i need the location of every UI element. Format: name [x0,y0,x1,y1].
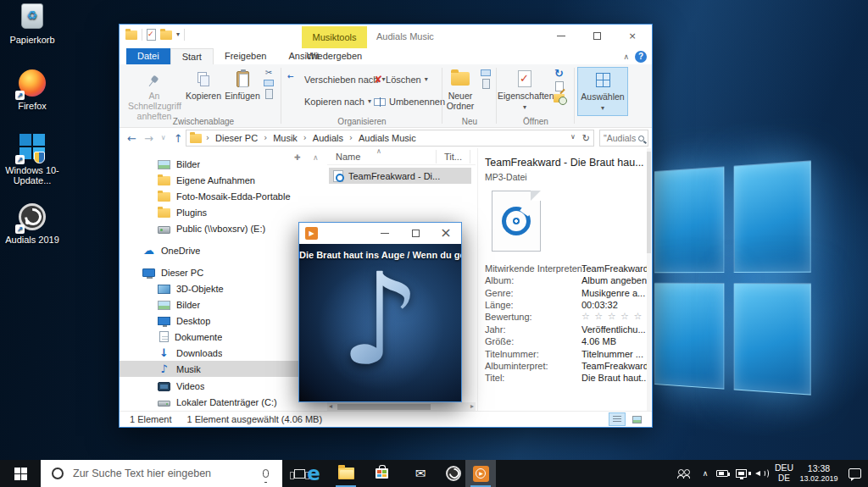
meta-value[interactable]: Die Braut haut... [581,373,649,383]
forward-icon[interactable]: → [144,133,153,144]
back-icon[interactable]: ← [127,133,136,144]
new-folder-button[interactable]: Neuer Ordner [438,67,482,116]
breadcrumb-audials-music[interactable]: Audials Music [359,133,416,143]
file-row-selected[interactable]: TeamFreakward - Di... [329,168,471,184]
tab-freigeben[interactable]: Freigeben [214,48,278,64]
qat-customize-icon[interactable]: ▾ [176,31,180,38]
title-bar[interactable]: ✓ ▾ Musiktools Audials Music × [120,25,652,48]
help-icon[interactable]: ? [635,51,647,63]
scrollbar-thumb[interactable] [337,404,431,410]
meta-value[interactable]: TeamFreakward [581,361,648,371]
taskbar-app-store[interactable] [366,460,397,487]
microphone-icon[interactable] [263,469,269,478]
people-button[interactable] [673,460,695,487]
sidebar-item-bilder-qa[interactable]: Bilder [120,156,326,172]
details-view-button[interactable] [609,412,626,426]
desktop-icon-windows-update[interactable]: ↗ Windows 10-Update... [0,134,64,185]
tab-wiedergeben[interactable]: Wiedergeben [302,48,367,64]
show-hidden-icons-button[interactable]: ∧ [697,460,714,487]
player-visualization[interactable]: Die Braut haut ins Auge / Wenn du gehst … [299,244,461,401]
sidebar-item-plugins[interactable]: Plugins [120,204,326,220]
meta-value[interactable]: Album angeben [581,275,647,285]
desktop-icon-firefox[interactable]: ↗ Firefox [0,69,64,111]
search-input[interactable]: "Audials ... [599,130,648,147]
sidebar-item-bilder[interactable]: Bilder [120,296,326,313]
paste-button[interactable]: Einfügen [223,67,262,116]
taskbar-app-audials[interactable] [438,460,469,487]
paste-shortcut-icon[interactable] [265,89,273,99]
meta-value[interactable]: Veröffentlichu... [581,324,646,335]
player-title-bar[interactable]: ▶ × [299,223,461,244]
refresh-icon[interactable]: ↻ [582,134,590,143]
edit-icon[interactable] [555,81,564,91]
taskbar-app-mail[interactable]: ✉ [405,460,436,487]
sidebar-item-dokumente[interactable]: Dokumente [120,329,326,345]
minimize-button[interactable] [543,25,579,47]
desktop-icon-audials[interactable]: ↗ Audials 2019 [0,203,64,245]
battery-button[interactable] [712,460,732,487]
taskbar-search[interactable]: Zur Suche Text hier eingeben [41,460,282,487]
history-folder-icon[interactable] [554,94,565,102]
scroll-right-icon[interactable]: ▸ [470,403,474,410]
sidebar-item-dieser-pc[interactable]: Dieser PC [120,264,326,280]
action-center-button[interactable] [843,460,866,487]
start-button[interactable] [0,460,41,487]
column-title[interactable]: Tit... [444,152,462,162]
player-maximize-button[interactable] [400,223,431,243]
sidebar-item-lokaler-datentraeger[interactable]: Lokaler Datenträger (C:) [120,394,326,410]
rename-button[interactable]: Umbenennen [374,93,445,110]
volume-button[interactable] [751,460,773,487]
history-icon[interactable]: ↻ [554,68,564,79]
new-item-icon[interactable] [481,69,491,76]
clock[interactable]: 13:3813.02.2019 [797,460,841,487]
easy-access-icon[interactable] [482,79,490,89]
breadcrumb-musik[interactable]: Musik [273,133,298,143]
pin-to-quick-access-button[interactable]: An Schnellzugriff anheften [128,67,181,116]
player-minimize-button[interactable] [370,223,400,243]
language-indicator[interactable]: DEUDE [771,460,797,487]
rating-stars[interactable]: ☆ ☆ ☆ ☆ ☆ [581,312,643,321]
sidebar-item-videos[interactable]: Videos [120,378,326,394]
sidebar-item-onedrive[interactable]: ☁OneDrive [120,242,326,258]
sidebar-item-3d-objekte[interactable]: 3D-Objekte [120,280,326,296]
properties-button[interactable]: ✓ Eigenschaften ▾ [498,67,552,116]
player-close-button[interactable]: × [431,223,461,243]
copy-to-button[interactable]: Kopieren nach▾ [289,93,371,110]
breadcrumb-audials[interactable]: Audials [313,133,343,143]
scroll-left-icon[interactable]: ◂ [329,403,332,410]
taskbar-app-explorer[interactable] [331,460,361,487]
column-name[interactable]: Name [336,152,360,162]
cut-icon[interactable]: ✂ [265,69,272,77]
address-dropdown-icon[interactable]: ∨ [570,134,576,143]
folder-icon[interactable] [125,30,137,40]
tab-datei[interactable]: Datei [126,48,170,64]
up-icon[interactable]: ↑ [174,133,183,144]
sidebar-item-downloads[interactable]: ↓Downloads [120,345,326,361]
desktop-icon-papierkorb[interactable]: ♻ Papierkorb [0,3,64,45]
sidebar-item-eigene-aufnahmen[interactable]: Eigene Aufnahmen [120,172,326,188]
delete-button[interactable]: ✘ Löschen▾ [374,71,428,88]
taskbar-app-player[interactable]: ▶ [465,460,496,487]
properties-icon[interactable]: ✓ [147,29,156,41]
sidebar-item-desktop[interactable]: Desktop [120,313,326,329]
meta-value[interactable]: Titelnummer ... [581,349,643,359]
sidebar-item-musik[interactable]: ♪Musik [120,361,326,377]
new-folder-icon[interactable] [160,30,172,40]
breadcrumb-dieser-pc[interactable]: Dieser PC [215,133,258,143]
tab-start[interactable]: Start [170,48,214,64]
close-button[interactable]: × [615,25,650,47]
sidebar-item-foto-mosaik[interactable]: Foto-Mosaik-Edda-Portable [120,188,326,204]
copy-path-icon[interactable] [264,80,274,86]
thumbnail-view-button[interactable] [628,412,645,426]
select-button[interactable]: Auswählen ▾ [577,67,628,116]
maximize-button[interactable] [579,25,615,47]
contextual-tab-musiktools[interactable]: Musiktools [302,26,367,48]
taskbar-app-edge[interactable]: e [298,460,329,487]
move-to-button[interactable]: ← Verschieben nach▾ [289,71,385,88]
collapse-ribbon-icon[interactable]: ∧ [623,53,629,61]
address-input[interactable]: › Dieser PC › Musik › Audials › Audials … [186,130,594,147]
meta-value[interactable]: Musikgenre a... [581,288,645,298]
details-scrollbar[interactable] [647,148,651,412]
recent-locations-icon[interactable]: ∨ [161,135,166,141]
copy-button[interactable]: Kopieren [184,67,223,116]
